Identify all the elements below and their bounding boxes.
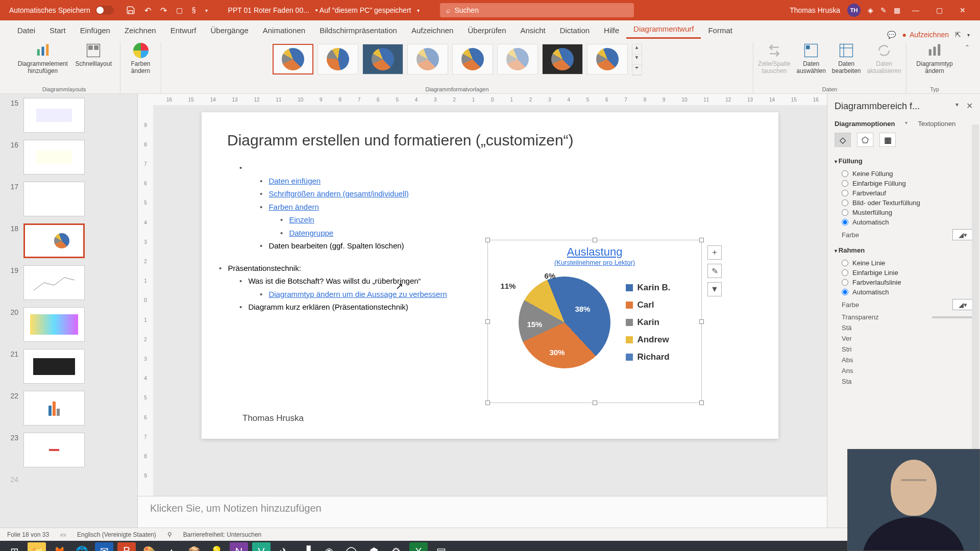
select-data-button[interactable]: Daten auswählen [793,42,828,76]
diamond-icon[interactable]: ◈ [868,6,873,14]
calendar-icon[interactable]: ▦ [894,6,900,14]
add-chart-element-button[interactable]: Diagrammelement hinzufügen [13,42,72,76]
tab-zeichnen[interactable]: Zeichnen [117,22,163,39]
record-button[interactable]: Aufzeichnen [902,31,949,39]
fp-tab-text-options[interactable]: Textoptionen [918,120,955,128]
chart-style-5[interactable] [452,44,493,74]
refresh-data-button[interactable]: Daten aktualisieren [864,42,904,76]
bullet-farben[interactable]: Farben ändern [268,203,318,211]
app-icon-2[interactable]: 📦 [185,542,203,551]
size-tab-icon[interactable]: ▦ [879,133,896,147]
notes-pane[interactable]: Klicken Sie, um Notizen hinzuzufügen [138,496,827,528]
tab-dictation[interactable]: Dictation [553,22,597,39]
tab-animationen[interactable]: Animationen [256,22,312,39]
telegram-icon[interactable]: ✈ [275,542,293,551]
slide-canvas[interactable]: Diagramm erstellen und formatieren („cus… [153,105,827,496]
thumbnail-20[interactable] [23,307,85,342]
chevron-down-icon[interactable]: ▾ [417,8,420,13]
border-opt-none[interactable]: Keine Linie [842,259,973,267]
save-location[interactable]: • Auf "diesem PC" gespeichert [315,6,411,14]
firefox-icon[interactable]: 🦊 [50,542,68,551]
thumbnail-16[interactable] [23,140,85,174]
chart-subtitle[interactable]: (Kursteilnehmer pro Lektor) [488,259,701,266]
slide-thumbnails-panel[interactable]: 15 16 17 18 19 20 21 22 23 24 [0,94,138,528]
tab-bildschirm[interactable]: Bildschirmpräsentation [312,22,404,39]
share-icon[interactable]: ⇱ [955,31,961,39]
app-icon-3[interactable]: 💡 [207,542,226,551]
gallery-scroll[interactable]: ▲▼⏷ [632,44,642,76]
maximize-button[interactable]: ▢ [931,5,947,15]
redo-icon[interactable]: ↷ [160,6,167,15]
undo-icon[interactable]: ↶ [144,6,151,15]
quick-layout-button[interactable]: Schnelllayout [72,42,115,76]
fp-tab-chart-options[interactable]: Diagrammoptionen [835,120,895,128]
fill-color-picker[interactable]: ◢▾ [952,229,973,240]
app-icon-5[interactable]: ◯ [342,542,360,551]
tab-aufzeichnen[interactable]: Aufzeichnen [404,22,461,39]
tab-ueberpruefen[interactable]: Überprüfen [460,22,513,39]
bullet-daten-einfuegen[interactable]: Daten einfügen [268,177,321,185]
border-section-header[interactable]: Rahmen [835,243,973,257]
thumbnail-19[interactable] [23,265,85,300]
tab-ansicht[interactable]: Ansicht [513,22,553,39]
fill-line-tab-icon[interactable]: ◇ [835,133,851,147]
chart-plus-button[interactable]: + [707,245,722,260]
chart-style-2[interactable] [317,44,358,74]
toggle-switch[interactable] [95,6,114,15]
chart-brush-button[interactable]: ✎ [707,264,722,278]
app-icon-6[interactable]: ⬢ [364,542,383,551]
effects-tab-icon[interactable]: ⬠ [857,133,873,147]
chart-style-6[interactable] [497,44,538,74]
change-chart-type-button[interactable]: Diagrammtyp ändern [912,42,958,76]
swap-row-col-button[interactable]: Zeile/Spalte tauschen [755,42,793,76]
explorer-icon[interactable]: 📁 [28,542,46,551]
close-button[interactable]: ✕ [954,5,971,15]
user-name[interactable]: Thomas Hruska [790,6,840,14]
slide-title[interactable]: Diagramm erstellen und formatieren („cus… [227,132,753,149]
document-name[interactable]: PPT 01 Roter Faden 00... [228,6,309,14]
tab-start[interactable]: Start [42,22,73,39]
qat-more-icon[interactable]: ▾ [205,8,208,13]
border-color-picker[interactable]: ◢▾ [952,299,973,310]
pane-close-icon[interactable]: ✕ [966,101,973,111]
thumbnail-18[interactable] [23,223,85,258]
chart-style-8[interactable] [587,44,628,74]
chart-filter-button[interactable]: ▼ [707,282,722,296]
accessibility-status[interactable]: Barrierefreiheit: Untersuchen [183,531,261,538]
pane-collapse-icon[interactable]: ▾ [955,101,959,108]
autosave-toggle[interactable]: Automatisches Speichern [9,6,114,15]
language-status[interactable]: Englisch (Vereinigte Staaten) [77,531,156,538]
fill-opt-none[interactable]: Keine Füllung [842,170,973,178]
excel-icon[interactable]: X [409,542,428,551]
user-avatar[interactable]: TH [847,4,861,17]
obs-icon[interactable]: ◉ [320,542,338,551]
change-colors-button[interactable]: Farben ändern [126,42,156,76]
minimize-button[interactable]: — [908,5,924,15]
chart-style-3[interactable] [362,44,403,74]
pen-icon[interactable]: ✎ [880,6,887,14]
app-icon-4[interactable]: ▞ [297,542,315,551]
tab-format[interactable]: Format [701,22,740,39]
chart-object[interactable]: Auslastung (Kursteilnehmer pro Lektor) 3… [487,240,702,403]
chart-style-4[interactable] [407,44,448,74]
thumbnail-15[interactable] [23,98,85,133]
chart-title[interactable]: Auslastung [488,245,701,259]
settings-icon[interactable]: ⚙ [387,542,405,551]
bullet-einzeln[interactable]: Einzeln [289,215,314,224]
chrome-icon[interactable]: 🌐 [72,542,91,551]
border-opt-gradient[interactable]: Farbverlaufslinie [842,279,973,286]
edit-data-button[interactable]: Daten bearbeiten [829,42,864,76]
powerpoint-icon[interactable]: P [117,542,136,551]
chart-legend[interactable]: Karin B. Carl Karin Andrew Richard [626,283,670,362]
start-button[interactable]: ⊞ [5,542,23,551]
tab-diagrammentwurf[interactable]: Diagrammentwurf [626,20,701,39]
border-opt-auto[interactable]: Automatisch [842,288,973,296]
tab-entwurf[interactable]: Entwurf [163,22,204,39]
app-icon-1[interactable]: 🎨 [140,542,158,551]
bullet-datengruppe[interactable]: Datengruppe [289,229,333,237]
tab-einfuegen[interactable]: Einfügen [73,22,117,39]
bullet-botschaft[interactable]: Was ist die Botschaft? Was willst du „rü… [248,277,421,285]
thumbnail-21[interactable] [23,349,85,384]
fill-opt-pattern[interactable]: Musterfüllung [842,209,973,216]
fill-opt-solid[interactable]: Einfarbige Füllung [842,180,973,187]
